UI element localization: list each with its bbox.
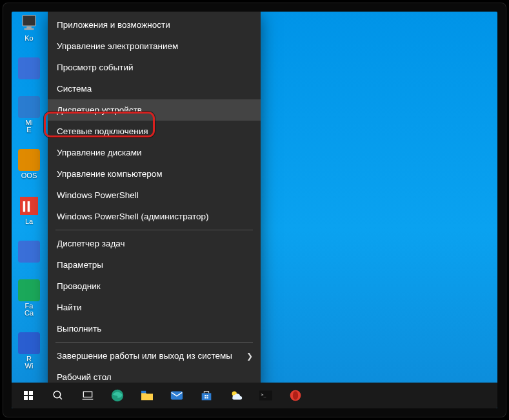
menu-item-label: Сетевые подключения: [57, 126, 148, 136]
desktop-icon[interactable]: R Wi: [13, 332, 45, 370]
menu-separator: [55, 230, 253, 230]
menu-item[interactable]: Система: [48, 78, 261, 99]
file-explorer-icon[interactable]: [133, 383, 161, 408]
desktop-icons-column: KoMi EOOSLaFa CaR Wi: [13, 12, 45, 370]
svg-point-21: [293, 391, 298, 399]
menu-item[interactable]: Приложения и возможности: [48, 14, 261, 35]
svg-rect-4: [23, 201, 26, 212]
desktop-icon-label: Fa Ca: [25, 303, 34, 317]
svg-rect-1: [26, 26, 32, 28]
opera-icon[interactable]: [281, 383, 310, 408]
menu-item-label: Windows PowerShell: [57, 190, 139, 200]
desktop-icon-image: [18, 332, 40, 354]
menu-item-label: Диспетчер устройств: [57, 105, 142, 115]
menu-item[interactable]: Диспетчер устройств: [48, 99, 261, 121]
menu-item-label: Проводник: [57, 281, 101, 291]
menu-item[interactable]: Сетевые подключения: [48, 121, 261, 142]
menu-item[interactable]: Завершение работы или выход из системы❯: [48, 345, 261, 366]
desktop-icon-label: La: [25, 218, 33, 225]
desktop-icon-image: [18, 279, 40, 301]
svg-point-6: [54, 391, 61, 398]
desktop-icon-image: [18, 57, 40, 79]
menu-item[interactable]: Управление дисками: [48, 142, 261, 163]
menu-item[interactable]: Windows PowerShell (администратор): [48, 206, 261, 227]
menu-item-label: Завершение работы или выход из системы: [57, 351, 232, 361]
edge-icon[interactable]: [103, 383, 132, 408]
task-view-icon[interactable]: [74, 383, 102, 408]
menu-item-label: Рабочий стол: [57, 372, 112, 382]
desktop-icon[interactable]: [13, 241, 45, 264]
menu-item[interactable]: Найти: [48, 297, 261, 318]
desktop-icon[interactable]: [13, 57, 45, 81]
weather-icon[interactable]: [222, 383, 250, 408]
svg-rect-15: [205, 397, 206, 398]
window-frame: KoMi EOOSLaFa CaR Wi Приложения и возмож…: [3, 3, 506, 417]
desktop-icon[interactable]: OOS: [13, 149, 45, 179]
svg-rect-16: [206, 397, 208, 398]
winx-menu: Приложения и возможностиУправление элект…: [48, 12, 261, 389]
menu-item-label: Приложения и возможности: [57, 20, 170, 30]
desktop[interactable]: KoMi EOOSLaFa CaR Wi Приложения и возмож…: [12, 12, 497, 408]
menu-item-label: Управление компьютером: [57, 169, 163, 179]
menu-item-label: Управление дисками: [57, 148, 142, 157]
svg-rect-0: [23, 15, 35, 26]
desktop-icon-image: [18, 241, 40, 263]
menu-item-label: Управление электропитанием: [57, 41, 178, 51]
menu-item[interactable]: Параметры: [48, 254, 261, 275]
svg-rect-8: [83, 392, 92, 397]
menu-item-label: Диспетчер задач: [57, 239, 125, 248]
desktop-icon[interactable]: Mi E: [13, 96, 45, 134]
terminal-icon[interactable]: >_: [252, 383, 280, 408]
svg-rect-14: [206, 395, 208, 396]
menu-item-label: Просмотр событий: [57, 63, 134, 72]
desktop-icon-image: [18, 149, 40, 171]
desktop-icon-label: Mi E: [25, 119, 33, 134]
menu-item-label: Windows PowerShell (администратор): [57, 212, 208, 221]
desktop-icon-image: [18, 195, 40, 217]
menu-item[interactable]: Выполнить: [48, 318, 261, 339]
menu-item[interactable]: Управление компьютером: [48, 163, 261, 185]
menu-item[interactable]: Просмотр событий: [48, 57, 261, 78]
chevron-right-icon: ❯: [246, 352, 253, 361]
search-icon[interactable]: [44, 383, 72, 408]
menu-item-label: Найти: [57, 303, 82, 312]
mail-icon[interactable]: [163, 383, 191, 408]
desktop-icon-image: [18, 96, 40, 118]
taskbar: >_: [12, 383, 497, 408]
svg-rect-12: [171, 392, 183, 400]
menu-item-label: Параметры: [57, 260, 103, 270]
svg-rect-2: [25, 28, 34, 30]
start-button[interactable]: [14, 383, 43, 408]
store-icon[interactable]: [192, 383, 221, 408]
desktop-icon[interactable]: La: [13, 195, 45, 225]
menu-item[interactable]: Проводник: [48, 275, 261, 297]
svg-rect-11: [141, 391, 146, 394]
svg-text:>_: >_: [261, 392, 266, 397]
menu-item-label: Система: [57, 84, 92, 94]
svg-rect-5: [28, 201, 30, 212]
desktop-icon-label: Ko: [25, 35, 33, 42]
svg-rect-13: [205, 395, 206, 396]
desktop-icon-label: OOS: [21, 172, 37, 179]
desktop-icon-image: [18, 12, 40, 34]
desktop-icon[interactable]: Fa Ca: [13, 279, 45, 317]
svg-line-7: [59, 397, 62, 399]
menu-item[interactable]: Управление электропитанием: [48, 35, 261, 57]
menu-item-label: Выполнить: [57, 324, 101, 334]
desktop-icon[interactable]: Ko: [13, 12, 45, 42]
menu-separator: [55, 342, 253, 343]
desktop-icon-label: R Wi: [25, 355, 34, 370]
menu-item[interactable]: Диспетчер задач: [48, 233, 261, 254]
menu-item[interactable]: Windows PowerShell: [48, 185, 261, 206]
